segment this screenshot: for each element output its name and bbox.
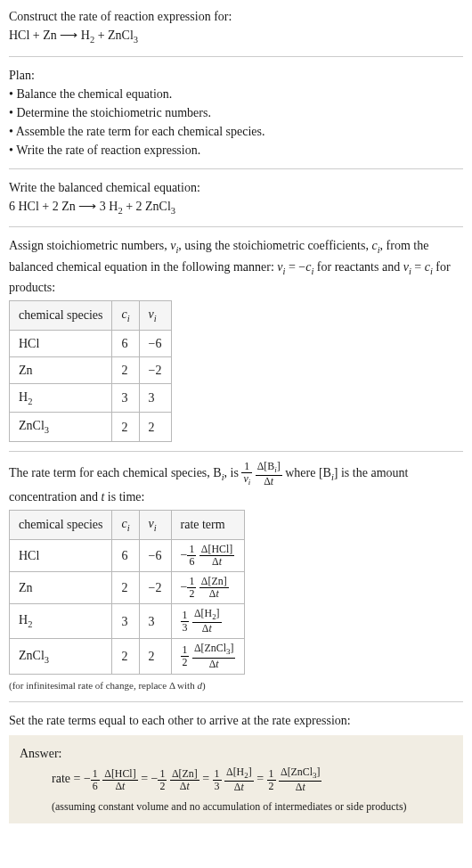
table-row: ZnCl3 2 2 12 Δ[ZnCl3]Δt — [10, 639, 245, 674]
cell-species: HCl — [10, 539, 112, 571]
cell-c: 2 — [112, 571, 139, 603]
cell-species: ZnCl3 — [10, 639, 112, 674]
balanced-equation: 6 HCl + 2 Zn ⟶ 3 H2 + 2 ZnCl3 — [9, 197, 463, 218]
table-row: Zn 2 −2 −12 Δ[Zn]Δt — [10, 571, 245, 603]
cell-species: H2 — [10, 604, 112, 639]
rateterm-intro: The rate term for each chemical species,… — [9, 461, 463, 506]
rateterm-note: (for infinitesimal rate of change, repla… — [9, 678, 463, 693]
plan-list: Balance the chemical equation. Determine… — [9, 85, 463, 160]
plan-item: Determine the stoichiometric numbers. — [9, 103, 463, 122]
cell-rate: 13 Δ[H2]Δt — [171, 604, 245, 639]
plan-item: Assemble the rate term for each chemical… — [9, 122, 463, 141]
cell-nu: −6 — [139, 539, 171, 571]
final-section: Set the rate terms equal to each other t… — [9, 711, 463, 823]
cell-rate: −16 Δ[HCl]Δt — [171, 539, 245, 571]
final-intro: Set the rate terms equal to each other t… — [9, 711, 463, 730]
table-header-row: chemical species ci νi — [10, 301, 172, 331]
table-row: HCl 6 −6 — [10, 330, 172, 356]
prompt-text: Construct the rate of reaction expressio… — [9, 7, 463, 26]
table-row: ZnCl3 2 2 — [10, 413, 172, 442]
balanced-section: Write the balanced chemical equation: 6 … — [9, 178, 463, 218]
plan-item: Balance the chemical equation. — [9, 85, 463, 103]
cell-nu: 2 — [139, 413, 171, 442]
cell-species: ZnCl3 — [10, 413, 112, 442]
answer-note: (assuming constant volume and no accumul… — [20, 798, 452, 815]
unbalanced-equation: HCl + Zn ⟶ H2 + ZnCl3 — [9, 26, 463, 47]
col-species: chemical species — [10, 301, 112, 331]
plan-section: Plan: Balance the chemical equation. Det… — [9, 66, 463, 160]
divider — [9, 168, 463, 169]
plan-item: Write the rate of reaction expression. — [9, 141, 463, 160]
divider — [9, 56, 463, 57]
stoich-intro: Assign stoichiometric numbers, νi, using… — [9, 236, 463, 297]
cell-nu: 2 — [139, 639, 171, 674]
cell-nu: 3 — [139, 383, 171, 413]
rate-expression: rate = −16 Δ[HCl]Δt = −12 Δ[Zn]Δt = 13 Δ… — [20, 766, 452, 793]
table-row: Zn 2 −2 — [10, 356, 172, 383]
rateterm-section: The rate term for each chemical species,… — [9, 461, 463, 692]
col-rate: rate term — [171, 511, 245, 540]
balanced-label: Write the balanced chemical equation: — [9, 178, 463, 197]
col-c: ci — [112, 301, 139, 331]
table-row: H2 3 3 13 Δ[H2]Δt — [10, 604, 245, 639]
cell-species: Zn — [10, 571, 112, 603]
col-nu: νi — [139, 511, 171, 540]
cell-nu: 3 — [139, 604, 171, 639]
cell-rate: 12 Δ[ZnCl3]Δt — [171, 639, 245, 674]
cell-species: H2 — [10, 383, 112, 413]
cell-species: Zn — [10, 356, 112, 383]
cell-c: 6 — [112, 539, 139, 571]
header-section: Construct the rate of reaction expressio… — [9, 7, 463, 47]
divider — [9, 701, 463, 702]
cell-nu: −2 — [139, 356, 171, 383]
stoich-section: Assign stoichiometric numbers, νi, using… — [9, 236, 463, 442]
cell-c: 3 — [112, 604, 139, 639]
divider — [9, 226, 463, 227]
table-row: H2 3 3 — [10, 383, 172, 413]
table-header-row: chemical species ci νi rate term — [10, 511, 245, 540]
col-c: ci — [112, 511, 139, 540]
table-row: HCl 6 −6 −16 Δ[HCl]Δt — [10, 539, 245, 571]
cell-rate: −12 Δ[Zn]Δt — [171, 571, 245, 603]
cell-c: 2 — [112, 356, 139, 383]
col-species: chemical species — [10, 511, 112, 540]
divider — [9, 451, 463, 452]
plan-label: Plan: — [9, 66, 463, 85]
cell-c: 6 — [112, 330, 139, 356]
cell-c: 3 — [112, 383, 139, 413]
cell-nu: −6 — [139, 330, 171, 356]
answer-box: Answer: rate = −16 Δ[HCl]Δt = −12 Δ[Zn]Δ… — [9, 735, 463, 823]
col-nu: νi — [139, 301, 171, 331]
cell-species: HCl — [10, 330, 112, 356]
answer-label: Answer: — [20, 744, 452, 763]
cell-c: 2 — [112, 639, 139, 674]
cell-c: 2 — [112, 413, 139, 442]
rateterm-table: chemical species ci νi rate term HCl 6 −… — [9, 510, 245, 674]
stoich-table: chemical species ci νi HCl 6 −6 Zn 2 −2 … — [9, 300, 172, 442]
cell-nu: −2 — [139, 571, 171, 603]
